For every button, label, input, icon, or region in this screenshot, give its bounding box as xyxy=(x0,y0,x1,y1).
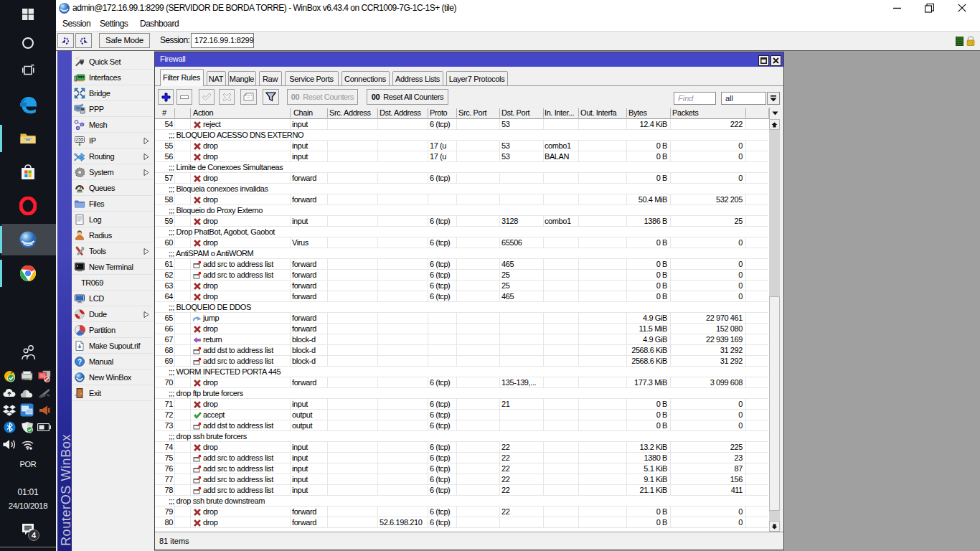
svg-text:?: ? xyxy=(77,358,82,366)
svg-text:255: 255 xyxy=(76,137,84,142)
svg-text:4: 4 xyxy=(32,531,37,540)
